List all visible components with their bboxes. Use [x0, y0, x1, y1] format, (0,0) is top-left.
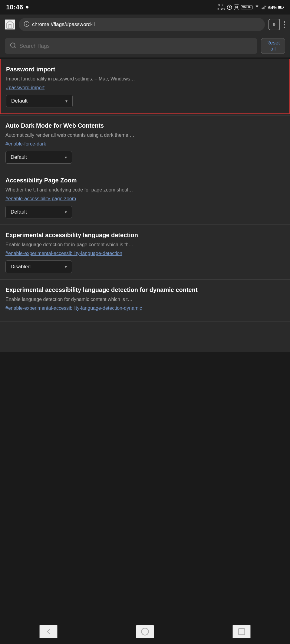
svg-text:×: × — [265, 5, 266, 7]
reset-all-button[interactable]: Resetall — [261, 38, 285, 54]
address-bar[interactable]: chrome://flags/#password-ii — [19, 18, 265, 31]
status-bar: 10:46 0.03KB/S N VoLTE — [0, 0, 290, 15]
dropdown-arrow-icon: ▾ — [65, 155, 67, 160]
svg-rect-1 — [262, 8, 263, 9]
content-area: Password import Import functionality in … — [0, 59, 290, 352]
home-button[interactable] — [5, 19, 15, 30]
svg-rect-14 — [239, 628, 245, 635]
svg-rect-7 — [278, 6, 281, 8]
search-icon — [10, 42, 16, 50]
flag-title-auto-dark-mode: Auto Dark Mode for Web Contents — [5, 122, 285, 129]
flag-description-auto-dark-mode: Automatically render all web contents us… — [5, 132, 285, 139]
bottom-nav — [0, 620, 290, 644]
clock-icon — [227, 5, 232, 10]
svg-point-11 — [11, 43, 15, 47]
info-icon — [24, 21, 30, 28]
status-dot — [26, 6, 28, 8]
dropdown-arrow-icon: ▾ — [65, 210, 67, 214]
status-kb: 0.03KB/S — [217, 3, 225, 11]
flag-dropdown-accessibility-page-zoom[interactable]: Default ▾ — [5, 206, 72, 218]
flag-description-exp-accessibility-lang: Enable language detection for in-page co… — [5, 241, 285, 248]
n-icon: N — [234, 5, 239, 10]
wifi-icon — [254, 5, 260, 9]
svg-rect-3 — [264, 6, 265, 9]
flag-item-auto-dark-mode: Auto Dark Mode for Web Contents Automati… — [0, 116, 290, 170]
flag-dropdown-exp-accessibility-lang[interactable]: Disabled ▾ — [5, 260, 72, 273]
flag-description-password-import: Import functionality in password setting… — [6, 75, 284, 83]
flag-title-password-import: Password import — [6, 66, 284, 73]
tab-count-button[interactable]: 9 — [269, 19, 280, 30]
status-left: 10:46 — [6, 3, 28, 11]
nav-bar: chrome://flags/#password-ii 9 — [0, 15, 290, 34]
flag-link-auto-dark-mode[interactable]: #enable-force-dark — [5, 141, 46, 147]
status-time: 10:46 — [6, 3, 23, 11]
svg-point-13 — [141, 628, 148, 635]
dropdown-arrow-icon: ▾ — [65, 99, 68, 103]
dropdown-arrow-icon: ▾ — [65, 264, 67, 269]
back-icon — [44, 627, 53, 636]
address-text: chrome://flags/#password-ii — [32, 21, 95, 28]
flag-title-exp-accessibility-lang-dynamic: Experimental accessibility language dete… — [5, 286, 285, 293]
search-box[interactable] — [5, 38, 257, 54]
flag-link-password-import[interactable]: #password-import — [6, 85, 44, 90]
flag-item-exp-accessibility-lang-dynamic: Experimental accessibility language dete… — [0, 280, 290, 322]
flag-description-accessibility-page-zoom: Whether the UI and underlying code for p… — [5, 186, 285, 194]
search-input[interactable] — [19, 43, 252, 49]
recents-icon — [237, 627, 246, 636]
flag-link-exp-accessibility-lang[interactable]: #enable-experimental-accessibility-langu… — [5, 251, 122, 256]
flag-dropdown-auto-dark-mode[interactable]: Default ▾ — [5, 151, 72, 164]
flag-item-password-import: Password import Import functionality in … — [0, 59, 290, 114]
flag-title-accessibility-page-zoom: Accessibility Page Zoom — [5, 177, 285, 184]
svg-rect-2 — [263, 7, 264, 9]
circle-home-icon — [141, 627, 149, 636]
battery-icon: 64% — [268, 5, 284, 10]
signal-x-icon: × — [262, 5, 266, 10]
status-right: 0.03KB/S N VoLTE × — [217, 3, 284, 11]
flag-dropdown-password-import[interactable]: Default ▾ — [6, 95, 73, 107]
dots-icon — [284, 21, 285, 28]
volte-icon: VoLTE — [241, 5, 252, 9]
flag-item-exp-accessibility-lang: Experimental accessibility language dete… — [0, 225, 290, 280]
flag-item-accessibility-page-zoom: Accessibility Page Zoom Whether the UI a… — [0, 170, 290, 225]
more-options-button[interactable] — [284, 21, 285, 28]
search-bar-container: Resetall — [0, 34, 290, 57]
flag-link-accessibility-page-zoom[interactable]: #enable-accessibility-page-zoom — [5, 196, 76, 201]
flag-title-exp-accessibility-lang: Experimental accessibility language dete… — [5, 232, 285, 239]
recents-button[interactable] — [232, 625, 251, 638]
back-button[interactable] — [39, 625, 58, 638]
flag-description-exp-accessibility-lang-dynamic: Enable language detection for dynamic co… — [5, 296, 285, 303]
svg-rect-6 — [283, 7, 284, 8]
svg-line-12 — [14, 47, 15, 48]
home-nav-button[interactable] — [136, 625, 154, 638]
flag-link-exp-accessibility-lang-dynamic[interactable]: #enable-experimental-accessibility-langu… — [5, 306, 142, 311]
